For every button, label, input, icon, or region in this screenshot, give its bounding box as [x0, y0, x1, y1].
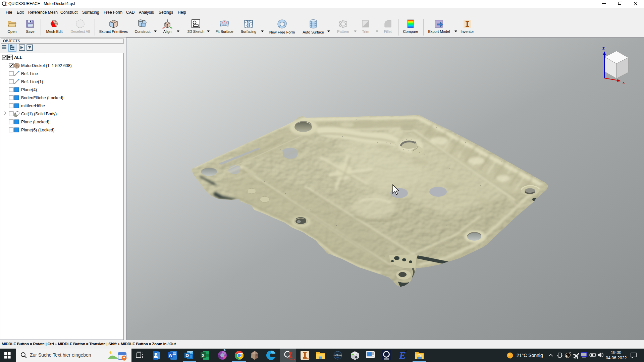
svg-text:Ref. Line(1): Ref. Line(1): [21, 79, 43, 84]
svg-text:O: O: [185, 353, 189, 358]
svg-text:Z: Z: [602, 47, 605, 51]
svg-text:MotorDeckel (T: 1 592 608): MotorDeckel (T: 1 592 608): [21, 63, 72, 68]
svg-text:x: x: [623, 80, 625, 84]
svg-text:exScan: exScan: [334, 354, 342, 356]
svg-text:Ref. Line: Ref. Line: [21, 71, 38, 76]
svg-text:mittlereHöhe: mittlereHöhe: [21, 104, 45, 108]
svg-text:Plane(4): Plane(4): [21, 87, 37, 92]
svg-text:ALL: ALL: [14, 55, 22, 60]
svg-text:BodenFläche (Locked): BodenFläche (Locked): [21, 96, 63, 100]
svg-text:360: 360: [306, 358, 310, 360]
svg-text:X: X: [202, 353, 204, 358]
svg-text:2022: 2022: [289, 358, 295, 361]
svg-text:Plane (Locked): Plane (Locked): [21, 120, 49, 124]
svg-text:Plane(6) (Locked): Plane(6) (Locked): [21, 128, 54, 132]
svg-text:Pro: Pro: [336, 357, 339, 358]
svg-text:Cut(1) (Solid Body): Cut(1) (Solid Body): [21, 112, 57, 116]
svg-text:W: W: [169, 353, 173, 358]
